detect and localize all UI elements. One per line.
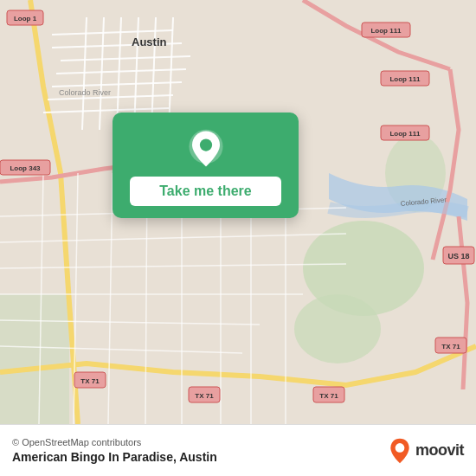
attribution: © OpenStreetMap contributors bbox=[12, 437, 217, 447]
svg-point-2 bbox=[294, 294, 381, 363]
take-me-there-button[interactable]: Take me there bbox=[130, 177, 281, 206]
svg-text:TX 71: TX 71 bbox=[80, 377, 100, 385]
svg-point-57 bbox=[396, 443, 405, 453]
svg-text:TX 71: TX 71 bbox=[441, 343, 460, 351]
bottom-bar: © OpenStreetMap contributors American Bi… bbox=[0, 424, 476, 476]
svg-text:Loop 111: Loop 111 bbox=[389, 130, 421, 138]
moovit-logo: moovit bbox=[388, 437, 464, 465]
svg-text:Austin: Austin bbox=[132, 35, 167, 48]
moovit-pin-icon bbox=[388, 437, 412, 465]
bottom-left: © OpenStreetMap contributors American Bi… bbox=[12, 437, 217, 464]
svg-text:TX 71: TX 71 bbox=[319, 392, 338, 400]
place-name: American Bingo In Paradise, Austin bbox=[12, 450, 217, 464]
svg-text:Colorado River: Colorado River bbox=[59, 88, 111, 97]
location-pin-icon bbox=[185, 128, 227, 170]
svg-text:Loop 111: Loop 111 bbox=[370, 27, 402, 35]
svg-text:TX 71: TX 71 bbox=[195, 392, 214, 400]
svg-rect-4 bbox=[0, 294, 69, 424]
svg-text:US 18: US 18 bbox=[447, 252, 469, 261]
map-container: Colorado River Loop 1 Loop 111 Loop 111 … bbox=[0, 0, 476, 424]
popup-card: Take me there bbox=[113, 113, 299, 218]
moovit-text: moovit bbox=[415, 441, 464, 460]
svg-text:Loop 111: Loop 111 bbox=[389, 75, 421, 83]
svg-point-56 bbox=[199, 138, 211, 151]
svg-text:Loop 343: Loop 343 bbox=[10, 164, 41, 172]
svg-text:Loop 1: Loop 1 bbox=[14, 15, 37, 23]
